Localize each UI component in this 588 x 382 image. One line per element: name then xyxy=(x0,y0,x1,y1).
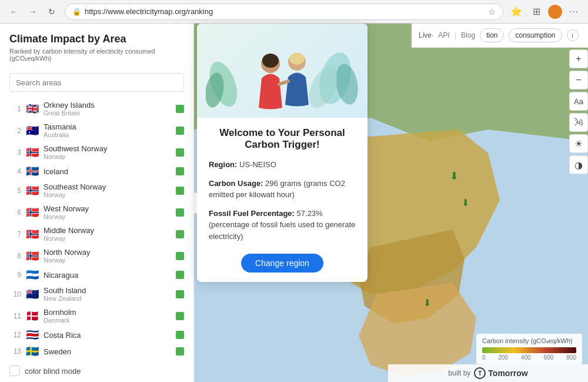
modal-region-label: Region: xyxy=(209,160,237,169)
legend-label: 0 xyxy=(482,354,486,361)
list-item[interactable]: 4 🇮🇸 Iceland xyxy=(5,163,189,180)
country-name: Australia xyxy=(44,131,171,138)
url-text: https://www.electricitymap.org/ranking xyxy=(85,7,485,16)
list-item[interactable]: 7 🇳🇴 Middle Norway Norway xyxy=(5,223,189,245)
flag-icon: 🇳🇿 xyxy=(26,289,39,300)
modal-illustration xyxy=(197,24,368,118)
back-button[interactable]: ← xyxy=(6,4,22,20)
rank-number: 13 xyxy=(9,347,21,356)
menu-button[interactable]: ··· xyxy=(566,4,582,20)
consumption-button[interactable]: consumption xyxy=(509,28,562,42)
list-item[interactable]: 1 🇬🇧 Orkney Islands Great Britain xyxy=(5,98,189,119)
map-controls: + − Aa 🌬 ☀ ◑ xyxy=(567,47,588,177)
zoom-out-button[interactable]: − xyxy=(569,71,588,89)
area-name: North Norway xyxy=(44,248,171,257)
rank-info: Southwest Norway Norway xyxy=(44,144,171,160)
flag-icon: 🇸🇪 xyxy=(26,346,39,357)
list-item[interactable]: 13 🇸🇪 Sweden xyxy=(5,343,189,360)
legend-label: 800 xyxy=(566,354,576,361)
list-item[interactable]: 2 🇦🇺 Tasmania Australia xyxy=(5,119,189,141)
list-item[interactable]: 5 🇳🇴 Southeast Norway Norway xyxy=(5,180,189,201)
rank-number: 7 xyxy=(9,230,21,238)
flag-icon: 🇳🇴 xyxy=(26,229,39,240)
rank-number: 6 xyxy=(9,208,21,217)
rank-number: 12 xyxy=(9,331,21,339)
svg-point-12 xyxy=(289,53,305,65)
legend-labels: 0200400600800 xyxy=(482,354,576,361)
area-name: Tasmania xyxy=(44,122,171,131)
info-button[interactable]: i xyxy=(567,29,579,41)
flag-icon: 🇩🇰 xyxy=(26,311,39,321)
avatar[interactable] xyxy=(548,5,562,19)
area-name: Southeast Norway xyxy=(44,182,171,191)
rank-info: South Island New Zealand xyxy=(44,286,171,302)
address-bar[interactable]: 🔒 https://www.electricitymap.org/ranking… xyxy=(65,4,503,20)
area-name: Southwest Norway xyxy=(44,144,171,153)
bookmark-icon[interactable]: ☆ xyxy=(488,7,496,16)
rank-number: 1 xyxy=(9,105,21,113)
extensions-button[interactable]: ⭐ xyxy=(508,4,524,20)
carbon-dot xyxy=(176,105,184,113)
solar-button[interactable]: ☀ xyxy=(569,134,588,153)
area-name: Bornholm xyxy=(44,308,171,317)
color-blind-checkbox[interactable] xyxy=(9,366,20,376)
change-region-button[interactable]: Change region xyxy=(241,254,323,273)
area-name: Sweden xyxy=(44,347,171,356)
zoom-in-button[interactable]: + xyxy=(569,49,588,68)
search-input[interactable] xyxy=(9,73,184,92)
flag-icon: 🇬🇧 xyxy=(26,104,39,114)
flag-icon: 🇳🇮 xyxy=(26,270,39,280)
carbon-dot xyxy=(176,187,184,195)
rank-info: Tasmania Australia xyxy=(44,122,171,138)
night-mode-button[interactable]: ◑ xyxy=(569,155,588,174)
language-button[interactable]: Aa xyxy=(569,92,588,111)
built-by-bar: built by T Tomorrow xyxy=(388,364,588,382)
forward-button[interactable]: → xyxy=(25,4,41,20)
carbon-dot xyxy=(176,127,184,135)
list-item[interactable]: 11 🇩🇰 Bornholm Denmark xyxy=(5,305,189,327)
wind-button[interactable]: 🌬 xyxy=(569,113,588,132)
list-item[interactable]: 12 🇨🇷 Costa Rica xyxy=(5,327,189,343)
browser-chrome: ← → ↻ 🔒 https://www.electricitymap.org/r… xyxy=(0,0,588,24)
rank-info: Orkney Islands Great Britain xyxy=(44,101,171,117)
carbon-dot xyxy=(176,290,184,298)
modal-body: Welcome to Your Personal Carbon Trigger!… xyxy=(197,118,368,282)
modal-fossil-label: Fossil Fuel Percentage: xyxy=(209,209,295,218)
api-link[interactable]: API xyxy=(438,31,449,39)
refresh-button[interactable]: ↻ xyxy=(44,4,60,20)
legend-label: 400 xyxy=(521,354,531,361)
rank-number: 5 xyxy=(9,187,21,195)
svg-text:⬇: ⬇ xyxy=(423,298,431,308)
legend-bar xyxy=(482,347,576,353)
list-item[interactable]: 9 🇳🇮 Nicaragua xyxy=(5,267,189,283)
area-name: West Norway xyxy=(44,204,171,213)
profiles-button[interactable]: ⊞ xyxy=(528,4,544,20)
rank-number: 10 xyxy=(9,290,21,298)
rank-number: 11 xyxy=(9,312,21,320)
carbon-dot xyxy=(176,271,184,279)
modal-fossil-row: Fossil Fuel Percentage: 57.23% (percenta… xyxy=(209,208,356,243)
ranking-list: 1 🇬🇧 Orkney Islands Great Britain 2 🇦🇺 T… xyxy=(0,98,193,360)
carbon-dot xyxy=(176,312,184,320)
modal-region-row: Region: US-NEISO xyxy=(209,159,356,171)
svg-line-13 xyxy=(279,81,288,84)
list-item[interactable]: 6 🇳🇴 West Norway Norway xyxy=(5,201,189,223)
modal-title: Welcome to Your Personal Carbon Trigger! xyxy=(209,127,356,151)
blog-link[interactable]: Blog xyxy=(461,31,475,39)
rank-info: West Norway Norway xyxy=(44,204,171,220)
rank-info: Bornholm Denmark xyxy=(44,308,171,324)
built-by-text: built by xyxy=(448,369,470,377)
flag-icon: 🇳🇴 xyxy=(26,251,39,261)
flag-icon: 🇳🇴 xyxy=(26,207,39,218)
list-item[interactable]: 10 🇳🇿 South Island New Zealand xyxy=(5,283,189,305)
area-name: Iceland xyxy=(44,167,171,176)
carbon-trigger-modal[interactable]: Welcome to Your Personal Carbon Trigger!… xyxy=(197,24,368,282)
list-item[interactable]: 8 🇳🇴 North Norway Norway xyxy=(5,245,189,267)
color-blind-label: color blind mode xyxy=(25,367,81,376)
country-name: Great Britain xyxy=(44,109,171,117)
list-item[interactable]: 3 🇳🇴 Southwest Norway Norway xyxy=(5,141,189,163)
carbon-dot xyxy=(176,347,184,356)
zone-button[interactable]: tion xyxy=(480,28,504,42)
sidebar-header: Climate Impact by Area Ranked by carbon … xyxy=(0,24,193,67)
brand-label: Live· xyxy=(419,31,433,39)
